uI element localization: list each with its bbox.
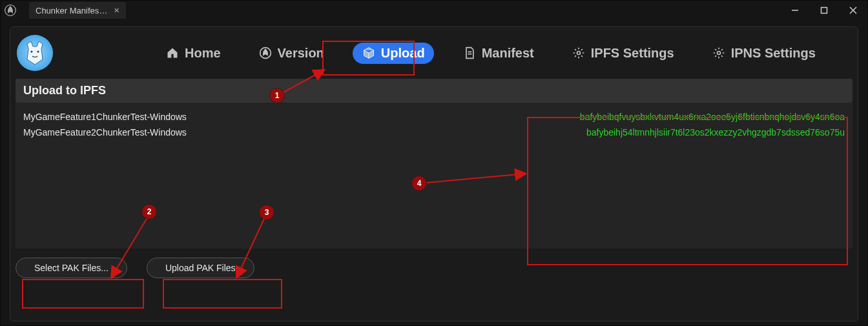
buttons-row: Select PAK Files... Upload PAK Files — [10, 249, 858, 287]
cube-icon — [362, 46, 376, 60]
nav-version[interactable]: Version — [249, 43, 333, 64]
window-close-button[interactable] — [838, 1, 867, 20]
top-nav: Home Version Upload Manifest IPFS Settin… — [10, 27, 858, 79]
gear-icon — [712, 46, 726, 60]
content-area: Home Version Upload Manifest IPFS Settin… — [10, 26, 858, 321]
unreal-logo-icon — [1, 1, 20, 20]
pak-hash: bafybeihj54ltmnhjlsiir7t6l23os2kxezzy2vh… — [586, 127, 845, 138]
upload-panel: Upload to IPFS MyGameFeature1ChunkerTest… — [16, 79, 852, 249]
nav-home-label: Home — [185, 46, 221, 61]
plugin-logo-icon — [17, 35, 53, 71]
tab-title: Chunker Manifes… — [36, 6, 107, 15]
gear-icon — [572, 46, 586, 60]
window-maximize-button[interactable] — [809, 1, 838, 20]
nav-ipns-settings[interactable]: IPNS Settings — [703, 43, 825, 64]
pak-row: MyGameFeature2ChunkerTest-Windows bafybe… — [23, 125, 845, 140]
svg-point-6 — [37, 51, 39, 53]
panel-body: MyGameFeature1ChunkerTest-Windows bafybe… — [16, 103, 852, 249]
svg-point-11 — [717, 52, 720, 55]
pak-hash: bafybeibqfvuysbxkvtum4ux6rxa2oee5yj6fbti… — [580, 112, 845, 122]
document-icon — [462, 46, 477, 60]
titlebar: Chunker Manifes… ✕ — [1, 1, 867, 20]
pak-name: MyGameFeature1ChunkerTest-Windows — [23, 112, 187, 122]
unreal-icon — [258, 46, 273, 60]
nav-manifest[interactable]: Manifest — [453, 43, 543, 64]
nav-home[interactable]: Home — [156, 43, 230, 64]
svg-point-5 — [31, 51, 33, 53]
window-minimize-button[interactable] — [780, 1, 809, 20]
nav-ipns-settings-label: IPNS Settings — [731, 46, 816, 61]
tab-close-icon[interactable]: ✕ — [114, 6, 119, 15]
nav-ipfs-settings[interactable]: IPFS Settings — [563, 43, 683, 64]
nav-upload-label: Upload — [381, 46, 425, 61]
svg-rect-2 — [821, 8, 827, 14]
pak-name: MyGameFeature2ChunkerTest-Windows — [23, 127, 187, 138]
home-icon — [165, 46, 180, 60]
svg-point-10 — [577, 52, 580, 55]
pak-row: MyGameFeature1ChunkerTest-Windows bafybe… — [23, 109, 845, 125]
editor-tab[interactable]: Chunker Manifes… ✕ — [29, 2, 126, 19]
nav-version-label: Version — [278, 46, 324, 61]
window: Chunker Manifes… ✕ — [0, 0, 868, 326]
nav-manifest-label: Manifest — [482, 46, 534, 61]
upload-pak-files-button[interactable]: Upload PAK Files — [147, 258, 254, 278]
select-pak-files-button[interactable]: Select PAK Files... — [16, 258, 127, 278]
panel-title: Upload to IPFS — [16, 79, 852, 103]
nav-upload[interactable]: Upload — [353, 43, 434, 64]
nav-ipfs-settings-label: IPFS Settings — [591, 46, 674, 61]
